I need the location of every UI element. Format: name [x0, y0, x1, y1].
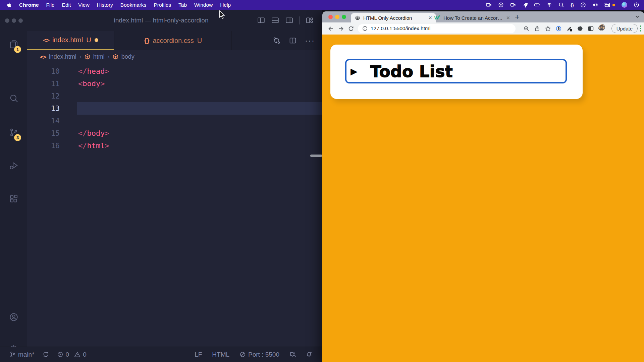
git-branch-status[interactable]: main*: [9, 351, 35, 358]
back-button[interactable]: [326, 23, 336, 34]
vscode-title-bar[interactable]: index.html — html-only-accordion: [0, 10, 322, 31]
battery-icon[interactable]: [534, 2, 540, 8]
warning-icon: [74, 351, 80, 358]
line-number: 11: [27, 77, 60, 90]
forward-button[interactable]: [336, 23, 346, 34]
code-line-13[interactable]: 13: [27, 102, 322, 115]
address-bar[interactable]: 127.0.0.1:5500/index.html: [358, 24, 516, 33]
line-number: 15: [27, 127, 60, 139]
menu-profiles[interactable]: Profiles: [154, 2, 171, 8]
breadcrumb-file[interactable]: index.html: [49, 53, 76, 60]
language-mode[interactable]: HTML: [212, 351, 229, 358]
close-tab-icon[interactable]: ×: [506, 15, 510, 21]
menu-history[interactable]: History: [97, 2, 113, 8]
close-window-button[interactable]: [328, 15, 333, 19]
screen-record-icon[interactable]: [498, 2, 504, 8]
code-editor[interactable]: 10</head>11<body>12131415</body>16</html…: [27, 63, 322, 347]
divider: [299, 16, 300, 24]
toggle-panel-right-icon[interactable]: [285, 16, 293, 24]
sync-changes-button[interactable]: [43, 351, 49, 358]
circle-slash-icon: [239, 351, 246, 358]
source-control-badge: 3: [14, 134, 21, 141]
toggle-panel-bottom-icon[interactable]: [271, 16, 279, 24]
sidebar-item-extensions[interactable]: [0, 194, 27, 204]
sidebar-item-explorer[interactable]: 1: [0, 39, 27, 49]
editor-resize-handle[interactable]: [310, 155, 322, 157]
w3schools-favicon: w’: [434, 15, 440, 20]
control-center-icon[interactable]: [604, 2, 610, 8]
tab-how-to-create-accordion[interactable]: w’ How To Create an Accordion ×: [430, 13, 514, 22]
menu-help[interactable]: Help: [220, 2, 231, 8]
volume-icon[interactable]: [592, 2, 598, 8]
tab-index-html[interactable]: <> index.html U: [27, 31, 114, 50]
menu-chrome[interactable]: Chrome: [19, 2, 39, 8]
unsaved-dot-icon[interactable]: [95, 38, 98, 42]
line-number: 14: [27, 115, 60, 127]
line-number: 13: [27, 102, 60, 115]
breadcrumb-html[interactable]: html: [93, 53, 105, 60]
open-changes-icon[interactable]: [273, 37, 281, 45]
site-info-icon[interactable]: [362, 26, 368, 31]
spotlight-search-icon[interactable]: [558, 2, 564, 8]
zoom-icon[interactable]: [523, 25, 530, 32]
eyedropper-extension-icon[interactable]: [566, 25, 573, 32]
rocket-icon[interactable]: [522, 2, 528, 8]
live-share-icon[interactable]: [289, 351, 296, 358]
problems-status[interactable]: 0 0: [57, 351, 87, 358]
tab-html-only-accordion[interactable]: HTML Only Accordion ×: [351, 13, 436, 22]
video-camera-icon[interactable]: [486, 2, 492, 8]
activity-bar: 1 3 ⚙ 1: [0, 31, 28, 347]
braces-icon[interactable]: {}: [571, 2, 574, 7]
siri-icon[interactable]: [622, 2, 627, 8]
code-line-12[interactable]: 12: [27, 90, 322, 102]
menu-view[interactable]: View: [78, 2, 89, 8]
code-line-10[interactable]: 10</head>: [27, 65, 322, 77]
customize-layout-icon[interactable]: [305, 16, 314, 24]
clock-icon[interactable]: [634, 2, 639, 8]
breadcrumb-body[interactable]: body: [121, 53, 135, 60]
split-editor-icon[interactable]: [289, 37, 297, 45]
menu-window[interactable]: Window: [194, 2, 213, 8]
accordion-summary[interactable]: ▶ Todo List: [345, 59, 567, 83]
menu-file[interactable]: File: [46, 2, 55, 8]
facetime-icon[interactable]: [510, 2, 516, 8]
sidebar-item-source-control[interactable]: 3: [0, 127, 27, 137]
line-content: [77, 90, 322, 102]
new-tab-button[interactable]: +: [512, 11, 522, 22]
code-line-11[interactable]: 11<body>: [27, 77, 322, 90]
sidebar-item-search[interactable]: [0, 93, 27, 103]
sidebar-item-run-debug[interactable]: [0, 161, 27, 171]
wifi-icon[interactable]: [546, 2, 552, 8]
menu-edit[interactable]: Edit: [62, 2, 71, 8]
chevron-down-icon[interactable]: [635, 14, 640, 19]
tab-accordion-css[interactable]: {} accordion.css U: [114, 31, 232, 50]
apple-logo-icon[interactable]: [6, 2, 12, 8]
side-panel-icon[interactable]: [588, 25, 594, 32]
minimize-window-button[interactable]: [335, 15, 339, 19]
tab-title: How To Create an Accordion: [443, 15, 503, 21]
privacy-extension-icon[interactable]: [555, 25, 562, 32]
reload-button[interactable]: [346, 23, 356, 34]
update-button[interactable]: Update: [611, 24, 638, 33]
bookmark-star-icon[interactable]: [545, 25, 551, 32]
share-icon[interactable]: [534, 25, 540, 32]
accordion-card: ▶ Todo List: [330, 45, 583, 99]
extensions-puzzle-icon[interactable]: [577, 25, 583, 32]
eol-indicator[interactable]: LF: [195, 351, 202, 358]
code-line-16[interactable]: 16</html>: [27, 139, 322, 152]
code-line-15[interactable]: 15</body>: [27, 127, 322, 139]
code-line-14[interactable]: 14: [27, 115, 322, 127]
menu-bookmarks[interactable]: Bookmarks: [120, 2, 147, 8]
toggle-panel-left-icon[interactable]: [257, 16, 265, 24]
menu-tab[interactable]: Tab: [178, 2, 187, 8]
more-actions-icon[interactable]: ···: [305, 39, 315, 42]
profile-avatar[interactable]: [598, 24, 607, 33]
live-server-port[interactable]: Port : 5500: [239, 351, 279, 358]
notifications-bell-icon[interactable]: [306, 351, 312, 358]
tab-label: accordion.css: [153, 37, 194, 45]
zoom-window-button[interactable]: [342, 15, 346, 19]
play-circle-icon[interactable]: [580, 2, 586, 8]
account-icon[interactable]: [0, 312, 27, 322]
vscode-window: index.html — html-only-accordion 1 3: [0, 10, 322, 362]
chevron-right-icon: ›: [79, 53, 82, 60]
